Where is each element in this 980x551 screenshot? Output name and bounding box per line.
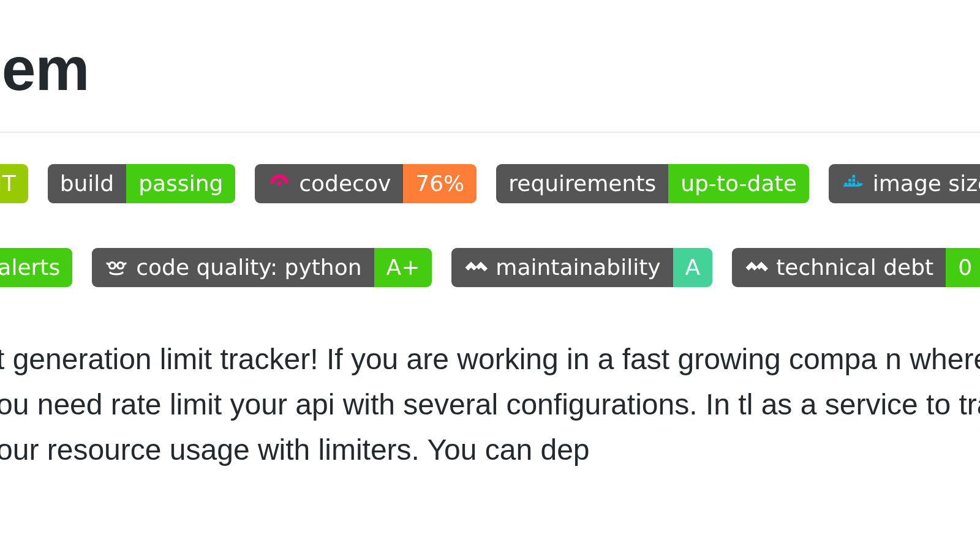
badge-label-text: codecov [299, 164, 391, 203]
badge-alerts[interactable]: 0 alerts [0, 248, 72, 287]
svg-rect-6 [852, 175, 855, 178]
docker-icon [841, 171, 865, 196]
badge-image-size[interactable]: image size 7 [829, 164, 980, 203]
codecov-icon [267, 171, 292, 196]
badge-value: up-to-date [668, 164, 809, 203]
badge-codecov[interactable]: codecov 76% [255, 164, 477, 203]
badge-label: technical debt [732, 248, 946, 287]
readme-description: xt generation limit tracker! If you are … [0, 337, 980, 473]
badge-value: 76% [403, 164, 477, 203]
badge-value: 0 [946, 248, 980, 287]
heading-divider [0, 132, 980, 133]
badge-label: build [48, 164, 127, 203]
badge-code-quality[interactable]: code quality: python A+ [92, 248, 432, 287]
badge-label-text: image size [873, 164, 980, 203]
codeclimate-icon [744, 255, 769, 280]
svg-rect-5 [852, 179, 855, 182]
page-title: p'em [0, 34, 89, 104]
badge-label: maintainability [451, 248, 673, 287]
badge-build[interactable]: build passing [48, 164, 236, 203]
svg-line-10 [107, 263, 110, 264]
badge-label-text: maintainability [496, 248, 660, 287]
badge-label-text: technical debt [776, 248, 933, 287]
badge-label: code quality: python [92, 248, 374, 287]
badge-label-text: code quality: python [136, 248, 361, 287]
codeclimate-icon [464, 255, 488, 280]
badge-value: A [673, 248, 713, 287]
svg-rect-4 [848, 179, 851, 182]
lgtm-icon [104, 255, 129, 280]
badge-label: requirements [496, 164, 668, 203]
badge-row-2: 0 alerts code quali [0, 248, 980, 287]
badge-label: codecov [255, 164, 403, 203]
badge-license[interactable]: MIT [0, 164, 28, 203]
badge-technical-debt[interactable]: technical debt 0 [732, 248, 980, 287]
badge-requirements[interactable]: requirements up-to-date [496, 164, 809, 203]
badge-value: A+ [374, 248, 432, 287]
svg-point-0 [277, 182, 282, 186]
badge-value: passing [126, 164, 235, 203]
badge-label: image size [829, 164, 980, 203]
badge-row-1: MIT build passing codecov 76% requiremen… [0, 164, 980, 203]
badge-value: MIT [0, 164, 28, 203]
badge-value: 0 alerts [0, 248, 72, 287]
svg-line-11 [123, 263, 126, 264]
badge-maintainability[interactable]: maintainability A [451, 248, 712, 287]
